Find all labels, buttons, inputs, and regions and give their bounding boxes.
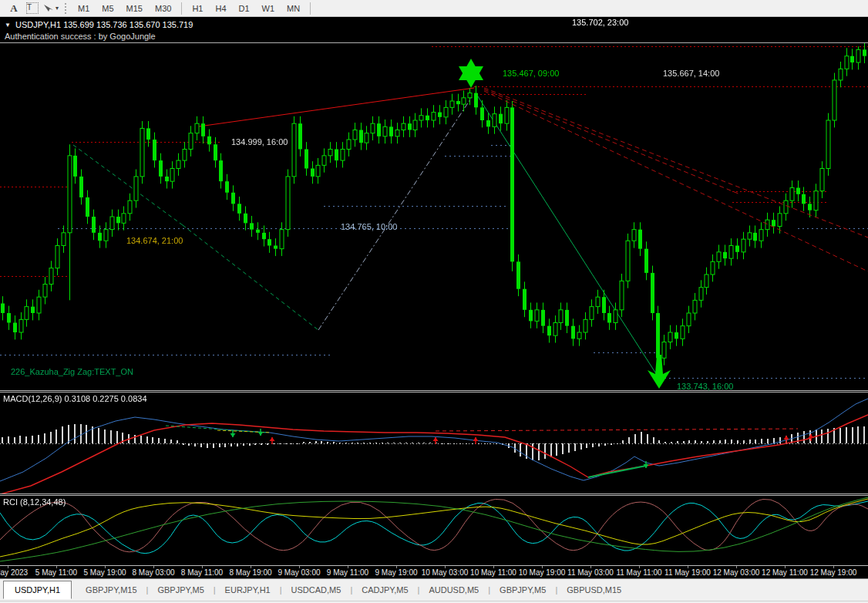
time-axis-label: 12 May 19:00 [810,568,857,577]
time-axis-label: 12 May 03:00 [713,568,760,577]
time-axis-label: 5 May 2023 [0,568,28,577]
time-axis-label: 12 May 11:00 [762,568,808,577]
symbol-dropdown-icon[interactable]: ▼ [5,22,11,29]
time-axis-label: 10 May 11:00 [470,568,516,577]
toolbar-separator [181,2,182,15]
rci-panel: RCI (8,12,34,48) [0,496,868,565]
timeframe-button-mn[interactable]: MN [281,2,306,15]
time-axis-label: 8 May 11:00 [181,568,223,577]
chart-tab-usdcad-m5[interactable]: USDCAD,M5 [282,581,351,598]
time-axis-label: 8 May 03:00 [132,568,174,577]
chart-tab-cadjpy-m5[interactable]: CADJPY,M5 [352,581,417,598]
timeframe-button-m5[interactable]: M5 [96,2,119,15]
chart-tab-gbpusd-m15[interactable]: GBPUSD,M15 [557,581,631,598]
toolbar-separator [310,2,311,15]
timeframe-button-h4[interactable]: H4 [209,2,232,15]
chart-tab-gbpjpy-m15[interactable]: GBPJPY,M15 [76,581,146,598]
timeframe-button-d1[interactable]: D1 [233,2,256,15]
timeframe-group: H1H4D1W1MN [186,2,306,15]
rci-label: RCI (8,12,34,48) [3,497,66,507]
top-toolbar: A T ▾ M1M5M15M30 H1H4D1W1MN [0,0,868,17]
timeframe-button-w1[interactable]: W1 [256,2,281,15]
time-axis-label: 8 May 19:00 [229,568,271,577]
macd-label: MACD(12,26,9) 0.3108 0.2275 0.0834 [3,394,147,403]
chart-tab-gbpjpy-m5[interactable]: GBPJPY,M5 [148,581,213,598]
text-box-tool-button[interactable]: T [25,2,40,15]
chart-tab-audusd-m5[interactable]: AUDUSD,M5 [419,581,488,598]
text-label-tool-button[interactable]: A [6,2,22,15]
macd-panel: MACD(12,26,9) 0.3108 0.2275 0.0834 [0,392,868,494]
timeframe-button-h1[interactable]: H1 [186,2,209,15]
timeframe-button-m15[interactable]: M15 [120,2,149,15]
arrow-tools-button[interactable]: ▾ [43,2,59,15]
time-axis-label: 9 May 11:00 [327,568,368,577]
rci-canvas[interactable] [0,496,868,565]
timeframe-button-m30[interactable]: M30 [149,2,177,15]
chart-tab-bar: USDJPY,H1GBPJPY,M15|GBPJPY,M5|EURJPY,H1|… [0,578,868,601]
toolbar-grip[interactable] [65,3,67,14]
time-axis-label: 5 May 19:00 [83,568,126,577]
chevron-down-icon: ▾ [56,5,59,12]
time-axis-label: 11 May 19:00 [664,568,711,577]
timeframe-group: M1M5M15M30 [72,2,177,15]
symbol-quote-line: USDJPY,H1 135.699 135.736 135.670 135.71… [15,20,193,29]
main-chart-panel [0,43,868,390]
time-axis[interactable]: 5 May 20235 May 11:005 May 19:008 May 03… [0,565,868,578]
macd-canvas[interactable] [0,392,868,494]
quote-bar: ▼ USDJPY,H1 135.699 135.736 135.670 135.… [0,17,868,43]
time-axis-label: 9 May 03:00 [278,568,320,577]
time-axis-label: 10 May 03:00 [422,568,469,577]
text-box-icon: T [26,2,39,14]
main-chart-canvas[interactable] [0,43,868,390]
time-axis-label: 11 May 03:00 [567,568,614,577]
timeframe-button-m1[interactable]: M1 [72,2,96,15]
auth-status-text: Authentication success : by GogoJungle [5,31,868,42]
time-axis-label: 10 May 19:00 [519,568,566,577]
time-axis-label: 9 May 19:00 [375,568,417,577]
chart-tab-eurjpy-h1[interactable]: EURJPY,H1 [216,581,280,598]
time-axis-label: 5 May 11:00 [35,568,77,577]
chart-tab-gbpjpy-m5[interactable]: GBPJPY,M5 [490,581,555,598]
time-axis-label: 11 May 11:00 [616,568,661,577]
chart-tab-usdjpy-h1[interactable]: USDJPY,H1 [3,581,72,599]
arrow-tools-icon [43,4,54,13]
